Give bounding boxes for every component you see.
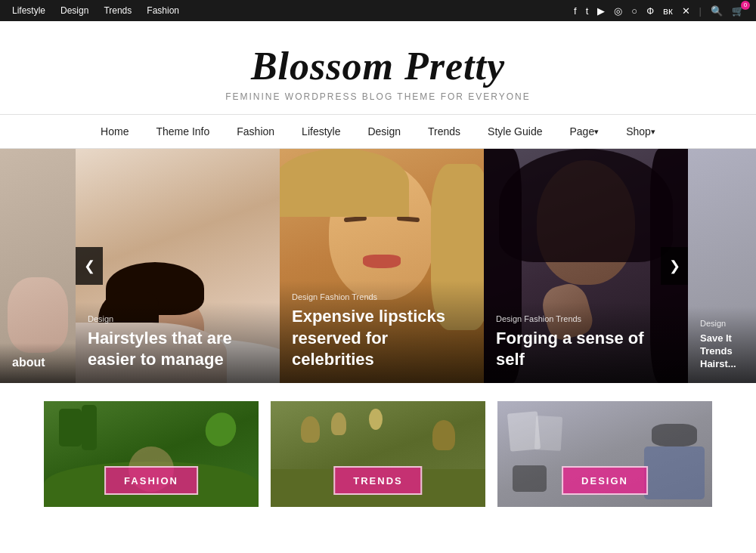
slide-2[interactable]: Design Hairstyles that are easier to man…: [76, 149, 280, 383]
slide-1-title: about: [12, 355, 64, 371]
slide-2-title: Hairstyles that are easier to manage: [88, 328, 268, 371]
nav-home[interactable]: Home: [87, 114, 142, 149]
site-subtitle: Feminine WordPress Blog Theme For Everyo…: [15, 91, 741, 102]
slider-next-button[interactable]: ❯: [661, 247, 688, 285]
slide-3-category: Design Fashion Trends: [292, 292, 472, 301]
slider-prev-button[interactable]: ❮: [76, 247, 103, 285]
twitter-icon[interactable]: t: [586, 5, 589, 17]
nav-design[interactable]: Design: [354, 114, 414, 149]
youtube-icon[interactable]: ▶: [597, 5, 605, 17]
slide-4-overlay: Design Fashion Trends Forging a sense of…: [484, 302, 688, 383]
slide-5-overlay: Design Save It Trends Hairst...: [688, 307, 756, 383]
xing-icon[interactable]: ✕: [682, 5, 690, 17]
slide-5-category: Design: [700, 319, 744, 328]
google-icon[interactable]: ○: [631, 5, 637, 17]
social-icons: f t ▶ ◎ ○ Ф вк ✕ | 🔍 🛒 0: [574, 5, 744, 17]
slide-2-category: Design: [88, 314, 268, 323]
site-header: Blossom Pretty Feminine WordPress Blog T…: [0, 21, 756, 114]
site-title[interactable]: Blossom Pretty: [15, 44, 741, 88]
slide-4[interactable]: Design Fashion Trends Forging a sense of…: [484, 149, 688, 383]
vk-icon[interactable]: вк: [663, 5, 673, 17]
nav-fashion[interactable]: Fashion: [223, 114, 288, 149]
grid-fashion-label-wrapper: FASHION: [104, 466, 198, 495]
slide-3[interactable]: Design Fashion Trends Expensive lipstick…: [280, 149, 484, 383]
nav-trends[interactable]: Trends: [104, 5, 132, 16]
cart-count: 0: [741, 1, 750, 10]
category-grid: FASHION TRENDS DESIGN: [0, 383, 756, 525]
cart-badge[interactable]: 🛒 0: [732, 5, 744, 17]
nav-trends[interactable]: Trends: [414, 114, 474, 149]
slide-1-overlay: about: [0, 343, 76, 383]
slide-4-title: Forging a sense of self: [496, 328, 676, 371]
nav-lifestyle[interactable]: Lifestyle: [12, 5, 45, 16]
slide-3-overlay: Design Fashion Trends Expensive lipstick…: [280, 280, 484, 383]
instagram-icon[interactable]: ◎: [614, 5, 622, 17]
grid-design-label-wrapper: DESIGN: [562, 466, 648, 495]
slide-4-category: Design Fashion Trends: [496, 314, 676, 323]
top-bar: Lifestyle Design Trends Fashion f t ▶ ◎ …: [0, 0, 756, 21]
ok-icon[interactable]: Ф: [646, 5, 654, 17]
nav-style-guide[interactable]: Style Guide: [474, 114, 556, 149]
grid-design-label: DESIGN: [581, 475, 628, 487]
grid-fashion-label: FASHION: [124, 475, 178, 487]
grid-design[interactable]: DESIGN: [497, 401, 712, 507]
grid-trends-label-wrapper: TRENDS: [333, 466, 422, 495]
slide-2-overlay: Design Hairstyles that are easier to man…: [76, 302, 280, 383]
nav-fashion[interactable]: Fashion: [147, 5, 179, 16]
nav-theme-info[interactable]: Theme Info: [142, 114, 223, 149]
main-nav: Home Theme Info Fashion Lifestyle Design…: [0, 114, 756, 149]
slide-5-title: Save It Trends Hairst...: [700, 332, 744, 371]
grid-trends[interactable]: TRENDS: [271, 401, 485, 507]
nav-shop[interactable]: Shop: [612, 114, 669, 149]
top-bar-nav: Lifestyle Design Trends Fashion: [12, 5, 179, 16]
slider-section: about Design Hairstyles that are easier …: [0, 149, 756, 383]
facebook-icon[interactable]: f: [574, 5, 577, 17]
slide-5: Design Save It Trends Hairst...: [688, 149, 756, 383]
nav-page[interactable]: Page: [556, 114, 612, 149]
grid-fashion[interactable]: FASHION: [44, 401, 259, 507]
nav-lifestyle[interactable]: Lifestyle: [288, 114, 354, 149]
nav-design[interactable]: Design: [60, 5, 88, 16]
grid-trends-label: TRENDS: [353, 475, 402, 487]
slide-1: about: [0, 149, 76, 383]
slide-3-title: Expensive lipsticks reserved for celebri…: [292, 306, 472, 371]
divider: |: [699, 5, 702, 17]
search-icon[interactable]: 🔍: [711, 5, 723, 17]
